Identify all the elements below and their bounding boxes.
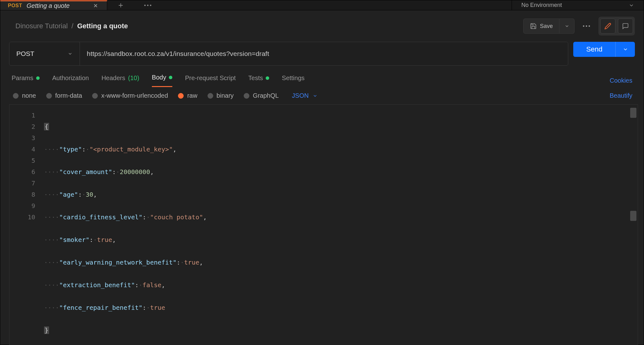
save-button[interactable]: Save xyxy=(523,19,559,34)
url-input[interactable]: https://sandbox.root.co.za/v1/insurance/… xyxy=(80,42,568,65)
tab-settings[interactable]: Settings xyxy=(282,74,304,87)
svg-point-2 xyxy=(150,4,152,6)
new-tab-button[interactable] xyxy=(107,0,134,10)
radio-icon xyxy=(13,93,19,99)
more-actions-button[interactable] xyxy=(579,19,594,34)
edit-button[interactable] xyxy=(600,19,615,34)
tab-method-badge: POST xyxy=(8,3,22,8)
chevron-down-icon xyxy=(629,3,634,8)
method-selector[interactable]: POST xyxy=(9,42,80,65)
body-type-binary[interactable]: binary xyxy=(208,92,234,99)
scrollbar-thumb[interactable] xyxy=(630,108,636,118)
radio-icon xyxy=(178,93,184,99)
save-dropdown-button[interactable] xyxy=(559,19,575,34)
tabs-overflow-button[interactable] xyxy=(134,0,161,10)
radio-icon xyxy=(244,93,249,99)
header-actions: Save xyxy=(523,17,635,36)
radio-icon xyxy=(208,93,213,99)
environment-label: No Environment xyxy=(521,2,562,8)
body-type-none[interactable]: none xyxy=(13,92,36,99)
svg-point-4 xyxy=(586,25,587,27)
body-language-selector[interactable]: JSON xyxy=(292,92,317,99)
tab-params[interactable]: Params xyxy=(12,74,40,87)
send-button[interactable]: Send xyxy=(573,42,615,57)
url-row: POST https://sandbox.root.co.za/v1/insur… xyxy=(0,42,644,66)
save-label: Save xyxy=(540,23,553,30)
breadcrumb-separator: / xyxy=(71,22,73,30)
body-type-raw[interactable]: raw xyxy=(178,92,197,99)
comments-button[interactable] xyxy=(618,19,633,34)
body-type-formdata[interactable]: form-data xyxy=(46,92,82,99)
body-type-graphql[interactable]: GraphQL xyxy=(244,92,279,99)
status-dot xyxy=(266,76,269,80)
breadcrumb-collection[interactable]: Dinosure Tutorial xyxy=(15,22,68,30)
body-type-row: none form-data x-www-form-urlencoded raw… xyxy=(0,87,644,104)
status-dot xyxy=(169,76,172,79)
url-box: POST https://sandbox.root.co.za/v1/insur… xyxy=(9,42,568,66)
tab-authorization[interactable]: Authorization xyxy=(52,74,89,87)
breadcrumb-request: Getting a quote xyxy=(77,22,128,30)
tab-body[interactable]: Body xyxy=(152,74,173,87)
chevron-down-icon xyxy=(68,51,73,56)
svg-point-3 xyxy=(583,25,585,27)
chevron-down-icon xyxy=(313,93,318,98)
svg-point-1 xyxy=(147,4,149,6)
pencil-icon xyxy=(604,23,611,30)
body-type-xwww[interactable]: x-www-form-urlencoded xyxy=(92,92,168,99)
tab-headers[interactable]: Headers (10) xyxy=(102,74,139,87)
environment-selector[interactable]: No Environment xyxy=(512,0,644,10)
beautify-link[interactable]: Beautify xyxy=(610,92,632,99)
comment-icon xyxy=(622,23,629,30)
scrollbar-thumb[interactable] xyxy=(630,211,636,221)
send-dropdown-button[interactable] xyxy=(615,42,635,57)
svg-point-0 xyxy=(144,4,146,6)
radio-icon xyxy=(92,93,98,99)
svg-point-5 xyxy=(589,25,590,27)
request-tab[interactable]: POST Getting a quote xyxy=(0,0,107,10)
chevron-down-icon xyxy=(623,47,628,52)
breadcrumb: Dinosure Tutorial / Getting a quote xyxy=(15,22,128,30)
tab-title: Getting a quote xyxy=(27,2,87,9)
body-editor[interactable]: 12345678910 { ····"type":·"<product_modu… xyxy=(9,104,638,345)
save-icon xyxy=(530,23,537,30)
request-header: Dinosure Tutorial / Getting a quote Save xyxy=(0,10,644,42)
tab-tests[interactable]: Tests xyxy=(248,74,269,87)
tab-prerequest[interactable]: Pre-request Script xyxy=(185,74,236,87)
close-icon[interactable] xyxy=(91,1,100,10)
code-content[interactable]: { ····"type":·"<product_module_key>", ··… xyxy=(44,105,638,345)
status-dot xyxy=(36,76,40,80)
line-gutter: 12345678910 xyxy=(9,105,44,345)
tab-bar: POST Getting a quote No Environment xyxy=(0,0,644,10)
method-label: POST xyxy=(16,50,34,58)
radio-icon xyxy=(46,93,52,99)
more-horizontal-icon xyxy=(582,25,591,27)
cookies-link[interactable]: Cookies xyxy=(610,77,632,84)
chevron-down-icon xyxy=(564,24,569,29)
request-subtabs: Params Authorization Headers (10) Body P… xyxy=(0,66,644,87)
